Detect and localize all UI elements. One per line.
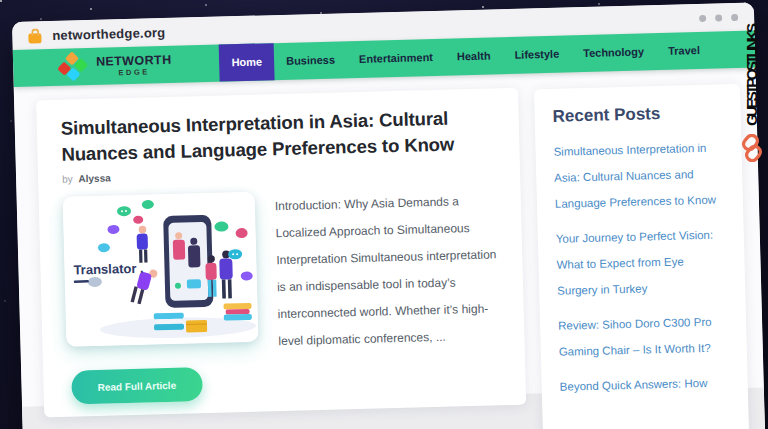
recent-posts-list: Simultaneous Interpretation in Asia: Cul… [553,134,730,399]
recent-post-item: Review: Sihoo Doro C300 Pro Gaming Chair… [558,308,729,364]
chain-link-icon [741,134,763,162]
nav-item-business[interactable]: Business [274,41,348,80]
article-card: Simultaneous Interpretation in Asia: Cul… [36,88,526,418]
browser-window: networthedge.org NETWORTH EDGE HomeBusin… [12,3,766,429]
article-title[interactable]: Simultaneous Interpretation in Asia: Cul… [60,104,495,167]
recent-post-item: Simultaneous Interpretation in Asia: Cul… [553,134,725,216]
recent-posts-title: Recent Posts [552,102,722,126]
read-full-article-button[interactable]: Read Full Article [71,367,202,404]
recent-post-item: Your Journey to Perfect Vision: What to … [556,221,728,303]
nav-item-home[interactable]: Home [219,43,275,81]
illustration-label: Translator . [73,261,143,278]
byline-prefix: by [62,173,73,184]
recent-post-link[interactable]: Review: Sihoo Doro C300 Pro Gaming Chair… [558,308,729,364]
guestpostlinks-text: GUESTPOSTLINKS [743,26,761,126]
recent-posts-card: Recent Posts Simultaneous Interpretation… [534,84,750,429]
address-bar-url[interactable]: networthedge.org [52,24,165,42]
book-stack-left-icon [154,313,184,331]
nav-item-lifestyle[interactable]: Lifestyle [502,35,572,74]
nav-item-health[interactable]: Health [444,37,503,75]
recent-post-item: Beyond Quick Answers: How [559,369,730,399]
window-controls [699,13,738,21]
phone-icon [163,215,213,308]
window-control-dot[interactable] [699,14,706,21]
logo-text-networth: NETWORTH [96,53,172,67]
translator-illustration: Translator . [63,192,259,347]
nav-item-technology[interactable]: Technology [571,33,657,72]
window-control-dot[interactable] [731,13,738,20]
crate-icon [186,320,207,333]
logo-diamonds-icon [59,52,89,82]
guestpostlinks-watermark: GUESTPOSTLINKS [737,26,767,162]
recent-post-link[interactable]: Beyond Quick Answers: How [559,369,730,399]
logo-text-edge: EDGE [96,68,172,77]
recent-post-link[interactable]: Simultaneous Interpretation in Asia: Cul… [553,134,725,216]
book-stack-right-icon [223,303,251,321]
site-logo[interactable]: NETWORTH EDGE [59,46,172,86]
nav-item-entertainment[interactable]: Entertainment [347,39,446,79]
page-content: Simultaneous Interpretation in Asia: Cul… [14,68,766,429]
featured-image[interactable]: Translator . [63,192,259,347]
stars-background [0,0,2,2]
article-excerpt: Introduction: Why Asia Demands a Localiz… [275,187,501,355]
window-control-dot[interactable] [715,14,722,21]
author-name[interactable]: Alyssa [78,172,111,184]
nav-item-travel[interactable]: Travel [656,32,713,70]
recent-post-link[interactable]: Your Journey to Perfect Vision: What to … [556,221,728,303]
ssl-lock-icon [28,33,41,43]
